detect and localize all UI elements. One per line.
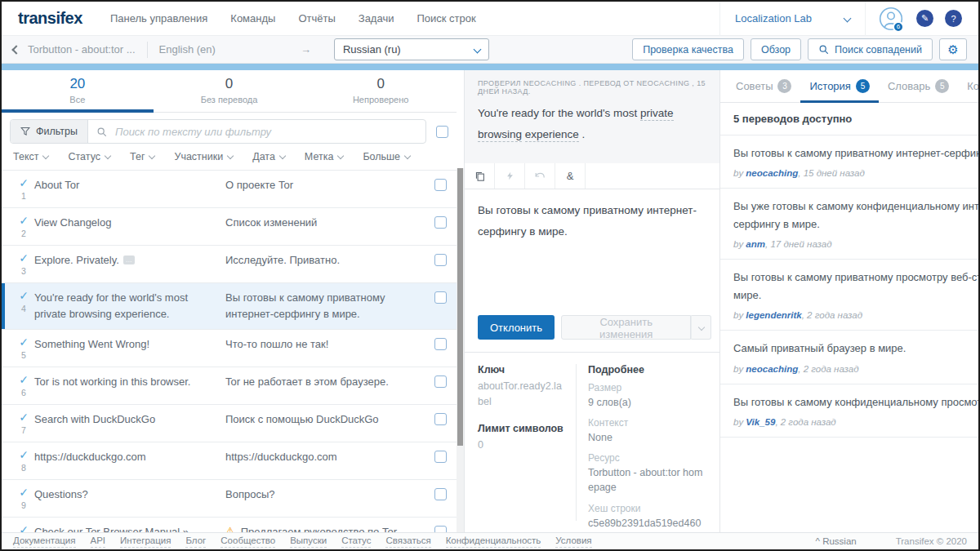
gear-icon: ⚙: [947, 42, 958, 57]
history-entry[interactable]: Вы готовы к самому приватному интернет-с…: [720, 136, 980, 189]
transifex-logo[interactable]: transifex: [18, 9, 82, 28]
user-avatar[interactable]: 6: [865, 2, 916, 36]
reject-button[interactable]: Отклонить: [478, 315, 555, 340]
filter-chip[interactable]: Участники: [174, 151, 233, 162]
row-checkbox[interactable]: [434, 216, 447, 229]
sidebar-tab-label: История: [809, 80, 850, 92]
row-checkbox[interactable]: [434, 291, 447, 304]
string-row[interactable]: ✓ 2 View Changelog… ⚠Список изменений: [2, 208, 457, 246]
row-checkbox[interactable]: [434, 338, 447, 350]
row-target-text: ⚠Исследуйте. Приватно.: [225, 252, 426, 276]
tab-count: 0: [305, 76, 457, 92]
footer-link[interactable]: Связаться: [385, 535, 430, 547]
footer-link[interactable]: Статус: [341, 535, 371, 547]
string-row[interactable]: ✓ 4 You're ready for the world's most pr…: [2, 283, 457, 330]
nav-item[interactable]: Команды: [230, 12, 275, 24]
string-row[interactable]: ✓ 10 Check our Tor Browser Manual »… ⚠Пр…: [2, 518, 457, 532]
filter-chip[interactable]: Больше: [363, 151, 410, 162]
history-user-link[interactable]: legendenritk: [746, 310, 801, 320]
footer-link[interactable]: API: [91, 535, 106, 547]
row-checkbox[interactable]: [434, 488, 447, 500]
string-row[interactable]: ✓ 1 About Tor… ⚠О проекте Tor: [2, 171, 457, 208]
overview-label: Обзор: [761, 44, 791, 56]
filter-chip[interactable]: Метка: [305, 151, 344, 162]
row-source-text: Check our Tor Browser Manual »…: [34, 524, 225, 532]
save-options-button[interactable]: [691, 315, 711, 340]
row-target-label: Tor не работает в этом браузере.: [225, 374, 389, 390]
strings-filter-tab[interactable]: 0 Без перевода: [154, 70, 305, 112]
nav-item[interactable]: Панель управления: [110, 12, 207, 24]
strings-filter-tab[interactable]: 20 Все: [2, 70, 154, 112]
row-checkbox[interactable]: [434, 179, 447, 191]
concordance-search-button[interactable]: Поиск совпадений: [808, 38, 933, 60]
string-row[interactable]: ✓ 5 Something Went Wrong!… ⚠Что-то пошло…: [2, 330, 457, 367]
filter-chip[interactable]: Дата: [252, 151, 285, 162]
detail-label: Контекст: [588, 417, 706, 429]
history-by: by: [733, 417, 746, 427]
row-checkbox[interactable]: [434, 451, 447, 463]
footer-link[interactable]: Условия: [555, 535, 591, 547]
row-checkbox[interactable]: [434, 375, 447, 388]
footer-link[interactable]: Конфиденциальность: [446, 535, 541, 547]
project-breadcrumb[interactable]: Torbutton - about:tor ...: [28, 43, 136, 56]
footer-link[interactable]: Выпуски: [290, 535, 327, 547]
history-user-link[interactable]: neocaching: [746, 364, 798, 374]
sidebar-tab[interactable]: Коммент... 2: [958, 70, 980, 102]
string-row[interactable]: ✓ 7 Search with DuckDuckGo… ⚠Поиск с пом…: [2, 405, 457, 442]
announcements-icon[interactable]: ✎: [916, 10, 933, 27]
organization-selector[interactable]: Localization Lab: [719, 2, 865, 36]
sidebar-tab[interactable]: История 5: [800, 70, 878, 102]
copy-source-button[interactable]: [465, 163, 495, 189]
filter-chip[interactable]: Текст: [13, 151, 48, 162]
row-checkbox[interactable]: [434, 254, 447, 266]
history-entry[interactable]: Вы уже готовы к самому конфиденциальному…: [720, 189, 980, 260]
scrollbar-track[interactable]: [457, 168, 464, 532]
row-source-text: Something Went Wrong!…: [34, 336, 225, 360]
row-number: 9: [21, 500, 26, 510]
footer-link[interactable]: Блог: [185, 535, 206, 547]
string-row[interactable]: ✓ 3 Explore. Privately.… ⚠Исследуйте. Пр…: [2, 246, 457, 283]
target-language-select[interactable]: Russian (ru): [334, 38, 489, 60]
strings-filter-tab[interactable]: 0 Непроверено: [305, 70, 457, 112]
footer-link[interactable]: Интеграция: [120, 535, 171, 547]
history-entry[interactable]: Самый приватный браузер в мире. by neoca…: [720, 331, 980, 384]
history-user-link[interactable]: Vik_59: [746, 417, 775, 427]
footer-link[interactable]: Документация: [13, 535, 76, 547]
history-user-link[interactable]: neocaching: [746, 168, 798, 178]
history-list: Вы готовы к самому приватному интернет-с…: [720, 136, 980, 532]
row-source-label: Explore. Privately.: [34, 254, 119, 266]
row-checkbox[interactable]: [434, 413, 447, 425]
footer-language-label: Russian: [822, 536, 857, 546]
string-row[interactable]: ✓ 9 Questions?… ⚠Вопросы?: [2, 480, 457, 518]
string-row[interactable]: ✓ 6 Tor is not working in this browser.……: [2, 367, 457, 405]
nav-item[interactable]: Задачи: [359, 12, 394, 24]
settings-button[interactable]: ⚙: [939, 38, 967, 60]
scrollbar-thumb[interactable]: [457, 168, 463, 446]
help-icon[interactable]: ?: [945, 10, 962, 27]
overview-button[interactable]: Обзор: [751, 38, 801, 60]
nav-item[interactable]: Отчёты: [298, 12, 335, 24]
translation-input[interactable]: Вы готовы к самому приватному интернет-с…: [465, 189, 719, 314]
sidebar-tab[interactable]: Советы 3: [727, 70, 800, 102]
select-all-checkbox[interactable]: [436, 126, 448, 138]
string-row[interactable]: ✓ 8 https://duckduckgo.com… ⚠https://duc…: [2, 442, 457, 480]
filter-chip[interactable]: Тег: [130, 151, 154, 162]
footer-link[interactable]: Сообщество: [220, 535, 275, 547]
history-entry[interactable]: Вы готовы к самому конфиденциальному про…: [720, 384, 980, 438]
history-entry[interactable]: Вы готовы к самому приватному просмотру …: [720, 260, 980, 331]
footer-language-selector[interactable]: ^ Russian: [816, 536, 857, 546]
revert-button[interactable]: [525, 163, 555, 189]
save-changes-button[interactable]: Сохранить изменения: [561, 315, 691, 340]
history-user-link[interactable]: anm: [746, 239, 765, 249]
row-checkbox[interactable]: [434, 526, 447, 532]
quality-check-button[interactable]: Проверка качества: [632, 38, 744, 60]
back-icon[interactable]: [11, 45, 20, 54]
sidebar-tab[interactable]: Словарь 5: [879, 70, 958, 102]
search-input[interactable]: [114, 125, 417, 139]
nav-item[interactable]: Поиск строк: [416, 12, 475, 24]
filters-button[interactable]: Фильтры: [11, 120, 88, 143]
row-source-label: Questions?: [34, 488, 88, 500]
special-characters-button[interactable]: &: [555, 163, 586, 189]
filter-chip[interactable]: Статус: [68, 151, 110, 162]
machine-translation-button[interactable]: [495, 163, 525, 189]
